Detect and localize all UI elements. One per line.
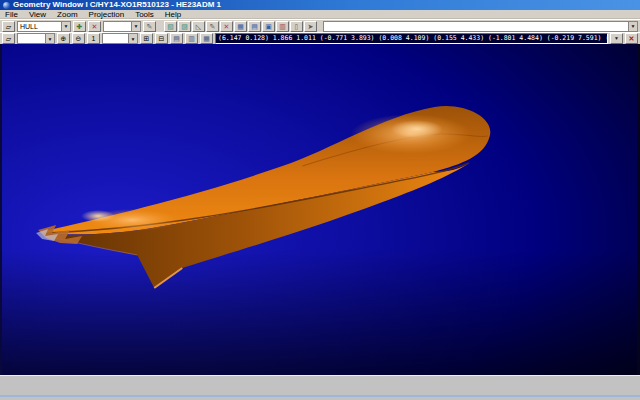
coordinate-readout[interactable]: (6.147 0.128) 1.866 1.011 (-0.771 3.893)… <box>215 33 608 44</box>
cross-icon: ✕ <box>224 23 230 30</box>
chevron-down-icon[interactable]: ▼ <box>128 34 137 43</box>
chevron-down-icon[interactable]: ▼ <box>61 22 70 31</box>
zoom-in-icon: ⊕ <box>61 35 67 42</box>
object-name-value <box>324 22 628 31</box>
zoom-out-button[interactable]: ⊖ <box>72 33 85 44</box>
pick-button[interactable]: ✎ <box>143 21 156 32</box>
wireframe-view-icon: ▨ <box>181 23 188 30</box>
section-button[interactable]: ◺ <box>192 21 205 32</box>
menu-bar: File View Zoom Projection Tools Help <box>0 10 640 19</box>
menu-file[interactable]: File <box>5 10 18 19</box>
document-icon: ▯ <box>295 23 299 30</box>
title-bar: Geometry Window I C/HY14-XO1R510123 - HE… <box>0 0 640 10</box>
scale-combo-value <box>18 34 45 43</box>
zoom-reset-icon: 1 <box>92 35 96 42</box>
close-icon: ✕ <box>629 35 635 42</box>
window-view-button[interactable]: ▣ <box>262 21 275 32</box>
menu-zoom[interactable]: Zoom <box>57 10 77 19</box>
view-combo-value <box>103 34 128 43</box>
cross-icon: ✕ <box>92 23 98 30</box>
grid-icon: ▥ <box>188 35 195 42</box>
part-select[interactable]: ▼ <box>103 21 141 32</box>
zoom-out-icon: ⊖ <box>76 35 82 42</box>
chevron-down-icon[interactable]: ▼ <box>45 34 54 43</box>
delete-button[interactable]: ✕ <box>220 21 233 32</box>
toolbar-coords: ▱ ▼ ⊕ ⊖ 1 ▼ ⊞ ⊟ ▤ ▥ ▦ (6.147 0.128) 1.86… <box>0 32 640 44</box>
grid-icon: ▦ <box>203 35 210 42</box>
view-tools-group: ▧ ▨ ◺ ✎ ✕ ▦ ▤ ▣ ▥ ▯ ➤ <box>164 21 317 32</box>
table-icon: ▦ <box>237 23 244 30</box>
layers-button[interactable]: ▱ <box>2 21 15 32</box>
fit-button[interactable]: ⊟ <box>155 33 168 44</box>
hull-highlight-bow <box>81 210 115 222</box>
object-name-combo[interactable]: ▼ <box>323 21 638 32</box>
table-view-button[interactable]: ▦ <box>234 21 247 32</box>
coord-history-button[interactable]: ▼ <box>610 33 623 44</box>
coord-mode-2-button[interactable]: ▥ <box>185 33 198 44</box>
menu-projection[interactable]: Projection <box>89 10 125 19</box>
patch-button[interactable]: ▥ <box>276 21 289 32</box>
grid-icon: ▤ <box>173 35 180 42</box>
close-bar-button[interactable]: ✕ <box>625 33 638 44</box>
menu-view[interactable]: View <box>29 10 46 19</box>
remove-button[interactable]: ✕ <box>88 21 101 32</box>
plus-icon: ✚ <box>77 23 83 30</box>
shaded-view-button[interactable]: ▧ <box>164 21 177 32</box>
pan-button[interactable]: ⊞ <box>140 33 153 44</box>
hull-highlight-stern <box>391 120 443 138</box>
patch-icon: ▥ <box>279 23 286 30</box>
grid-view-button[interactable]: ▤ <box>248 21 261 32</box>
menu-help[interactable]: Help <box>165 10 181 19</box>
menu-tools[interactable]: Tools <box>135 10 154 19</box>
edit-button[interactable]: ✎ <box>206 21 219 32</box>
window-title: Geometry Window I C/HY14-XO1R510123 - HE… <box>13 0 221 10</box>
shaded-view-icon: ▧ <box>167 23 174 30</box>
window-icon: ▣ <box>265 23 272 30</box>
pointer-button[interactable]: ➤ <box>304 21 317 32</box>
chevron-down-icon[interactable]: ▼ <box>628 22 637 31</box>
fit-icon: ⊟ <box>159 35 165 42</box>
pencil-icon: ✎ <box>147 23 153 30</box>
coord-mode-1-button[interactable]: ▤ <box>170 33 183 44</box>
viewport-3d[interactable] <box>0 44 640 375</box>
part-select-value <box>104 22 131 31</box>
pan-icon: ⊞ <box>144 35 150 42</box>
app-window: Geometry Window I C/HY14-XO1R510123 - HE… <box>0 0 640 400</box>
hull-select[interactable]: HULL ▼ <box>17 21 71 32</box>
triangle-icon: ◺ <box>196 23 201 30</box>
coord-mode-3-button[interactable]: ▦ <box>200 33 213 44</box>
snap-button[interactable]: ▱ <box>2 33 15 44</box>
toolbar-main: ▱ HULL ▼ ✚ ✕ ▼ ✎ ▧ ▨ ◺ ✎ ✕ ▦ ▤ ▣ ▥ ▯ ➤ ▼ <box>0 19 640 32</box>
view-combo[interactable]: ▼ <box>102 33 138 44</box>
grid-icon: ▤ <box>251 23 258 30</box>
document-button[interactable]: ▯ <box>290 21 303 32</box>
hull-select-value: HULL <box>18 22 61 31</box>
pointer-icon: ➤ <box>308 23 314 30</box>
add-button[interactable]: ✚ <box>73 21 86 32</box>
chevron-down-icon: ▼ <box>614 35 619 42</box>
app-icon <box>3 2 10 9</box>
hull-3d-model <box>2 44 637 375</box>
zoom-in-button[interactable]: ⊕ <box>57 33 70 44</box>
wireframe-view-button[interactable]: ▨ <box>178 21 191 32</box>
pencil-icon: ✎ <box>210 23 216 30</box>
status-bar <box>0 375 640 400</box>
chevron-down-icon[interactable]: ▼ <box>131 22 140 31</box>
zoom-reset-button[interactable]: 1 <box>87 33 100 44</box>
scale-combo[interactable]: ▼ <box>17 33 55 44</box>
